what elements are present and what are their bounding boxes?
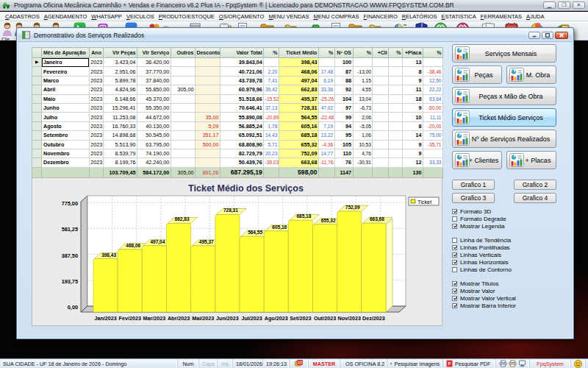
- grid-row-2[interactable]: Marco20235.899,7837.840,0043.739,787,414…: [32, 76, 443, 85]
- grid-cell-3-3[interactable]: 4.824,96: [104, 85, 137, 94]
- grid-cell-1-6[interactable]: [195, 67, 220, 76]
- menu-item-produto-estoque[interactable]: PRODUTO/ESTOQUE: [157, 13, 217, 20]
- grid-cell-5-12[interactable]: -6,73: [353, 103, 373, 112]
- grid-cell-8-0[interactable]: [32, 131, 42, 140]
- grid-cell-8-8[interactable]: 14,43: [264, 131, 279, 140]
- grid-cell-8-10[interactable]: 13,22: [318, 131, 334, 140]
- checkbox-mostrar-titulos[interactable]: Mostrar Titulos: [452, 280, 556, 287]
- checkbox-box[interactable]: [452, 224, 457, 229]
- grid-header-14[interactable]: %: [389, 48, 403, 58]
- grid-cell-0-6[interactable]: [195, 58, 220, 67]
- graph-button-3[interactable]: Grafico 3: [452, 193, 495, 203]
- grid-cell-0-4[interactable]: 36.420,00: [137, 58, 171, 67]
- checkbox-mostrar-valor-vertical[interactable]: Mostrar Valor Vertical: [452, 294, 556, 302]
- grid-cell-4-2[interactable]: 2023: [89, 94, 104, 103]
- grid-cell-10-14[interactable]: [389, 149, 403, 158]
- grid-cell-3-14[interactable]: [389, 85, 403, 94]
- panel-button-m-obra[interactable]: M. Obra: [506, 66, 556, 84]
- grid-cell-2-12[interactable]: 1,15: [353, 76, 373, 85]
- grid-cell-4-4[interactable]: 45.370,00: [137, 94, 171, 103]
- grid-cell-5-8[interactable]: 37,13: [264, 103, 279, 112]
- grid-cell-1-15[interactable]: 8: [402, 67, 423, 76]
- grid-cell-7-9[interactable]: 605,16: [279, 121, 318, 130]
- menu-item-os-or-amento[interactable]: OS/ORÇAMENTO: [217, 13, 267, 20]
- grid-cell-10-4[interactable]: 74.190,00: [137, 149, 171, 158]
- grid-cell-1-9[interactable]: 468,06: [279, 67, 318, 76]
- grid-cell-4-9[interactable]: 495,37: [279, 94, 318, 103]
- checkbox-mostrar-barra-inferior[interactable]: Mostrar Barra Inferior: [452, 302, 556, 309]
- grid-cell-9-14[interactable]: [389, 140, 403, 149]
- grid-row-7[interactable]: Agosto202316.760,3340.130,005,0956.885,2…: [32, 121, 443, 130]
- grid-cell-11-2[interactable]: 2023: [89, 158, 104, 167]
- grid-cell-1-3[interactable]: 2.951,06: [104, 67, 137, 76]
- grid-cell-1-13[interactable]: [373, 67, 389, 76]
- grid-cell-11-4[interactable]: 42.240,00: [137, 158, 171, 167]
- grid-header-7[interactable]: Valor Total: [220, 48, 264, 58]
- grid-cell-0-0[interactable]: ▶: [32, 58, 42, 67]
- checkbox-linha-de-tend-ncia[interactable]: Linha de Tendência: [452, 236, 556, 244]
- grid-cell-10-13[interactable]: [373, 149, 389, 158]
- grid-cell-8-14[interactable]: [389, 131, 403, 140]
- grid-cell-8-7[interactable]: 65.092,51: [220, 131, 264, 140]
- grid-cell-5-13[interactable]: [373, 103, 389, 112]
- checkbox-box[interactable]: [452, 281, 457, 286]
- grid-cell-7-4[interactable]: 40.130,00: [137, 121, 171, 130]
- checkbox-box[interactable]: [452, 252, 457, 258]
- grid-cell-3-11[interactable]: 92: [334, 85, 353, 94]
- grid-cell-1-7[interactable]: 40.721,06: [220, 67, 264, 76]
- checkbox-linhas-pontilhadas[interactable]: Linhas Pontilhadas: [452, 244, 556, 251]
- grid-header-4[interactable]: Vlr Serviço: [137, 48, 171, 58]
- grid-cell-1-16[interactable]: -38,46: [423, 67, 442, 76]
- grid-cell-4-15[interactable]: 18: [402, 94, 423, 103]
- checkbox-box[interactable]: [452, 303, 457, 308]
- checkbox-box[interactable]: [452, 238, 457, 243]
- grid-cell-8-4[interactable]: 50.545,00: [137, 131, 171, 140]
- grid-cell-5-11[interactable]: 97: [334, 103, 353, 112]
- grid-cell-5-6[interactable]: [195, 103, 220, 112]
- grid-header-13[interactable]: +Cli: [373, 48, 389, 58]
- grid-cell-3-2[interactable]: 2023: [89, 85, 104, 94]
- grid-cell-9-4[interactable]: 63.795,00: [137, 140, 171, 149]
- checkbox-box[interactable]: [452, 267, 457, 272]
- child-titlebar[interactable]: Demonstrativo dos Serviços Realizados: [18, 29, 573, 42]
- grid-cell-10-9[interactable]: 752,09: [279, 149, 318, 158]
- grid-cell-5-4[interactable]: 55.350,00: [137, 103, 171, 112]
- child-minimize-button[interactable]: [528, 32, 540, 39]
- grid-cell-2-10[interactable]: 6,19: [318, 76, 334, 85]
- grid-cell-3-13[interactable]: [373, 85, 389, 94]
- grid-header-0[interactable]: [32, 48, 42, 58]
- grid-cell-11-1[interactable]: Dezembro: [42, 158, 89, 167]
- child-close-button[interactable]: [555, 32, 568, 39]
- grid-cell-5-5[interactable]: [171, 103, 195, 112]
- grid-cell-11-9[interactable]: 663,68: [279, 158, 318, 167]
- grid-cell-0-7[interactable]: 39.843,04: [220, 58, 264, 67]
- grid-cell-9-0[interactable]: [32, 140, 42, 149]
- menu-item-financeiro[interactable]: FINANCEIRO: [361, 13, 399, 20]
- grid-header-1[interactable]: Mês de Apuração: [42, 48, 89, 58]
- grid-cell-0-5[interactable]: [171, 58, 195, 67]
- grid-cell-5-3[interactable]: 15.296,41: [104, 103, 137, 112]
- checkbox-mostrar-valor[interactable]: Mostrar Valor: [452, 287, 556, 294]
- grid-cell-2-1[interactable]: Marco: [42, 76, 89, 85]
- grid-cell-9-11[interactable]: 105: [334, 140, 353, 149]
- grid-cell-3-5[interactable]: 305,00: [171, 85, 195, 94]
- grid-cell-0-10[interactable]: [318, 58, 334, 67]
- grid-cell-10-10[interactable]: 14,77: [318, 149, 334, 158]
- grid-cell-4-12[interactable]: 13,04: [353, 94, 373, 103]
- grid-cell-5-15[interactable]: 9: [402, 103, 423, 112]
- grid-header-2[interactable]: Ano: [89, 48, 104, 58]
- panel-button-servi-os-mensais[interactable]: Serviços Mensais: [452, 44, 556, 63]
- menu-item-estatistica[interactable]: ESTATISTICA: [440, 13, 478, 20]
- grid-cell-2-14[interactable]: [389, 76, 403, 85]
- grid-cell-10-11[interactable]: 110: [334, 149, 353, 158]
- grid-cell-0-8[interactable]: [264, 58, 279, 67]
- grid-cell-10-2[interactable]: 2023: [89, 149, 104, 158]
- grid-cell-4-8[interactable]: -15,52: [264, 94, 279, 103]
- grid-cell-6-5[interactable]: [171, 113, 195, 121]
- grid-cell-2-8[interactable]: 7,41: [264, 76, 279, 85]
- services-grid[interactable]: Mês de ApuraçãoAnoVlr PeçasVlr ServiçoOu…: [32, 47, 443, 179]
- grid-cell-6-4[interactable]: 44.672,00: [137, 113, 171, 121]
- grid-cell-3-7[interactable]: 60.979,96: [220, 85, 264, 94]
- grid-cell-8-1[interactable]: Setembro: [42, 131, 89, 140]
- grid-cell-11-16[interactable]: 33,33: [423, 158, 442, 167]
